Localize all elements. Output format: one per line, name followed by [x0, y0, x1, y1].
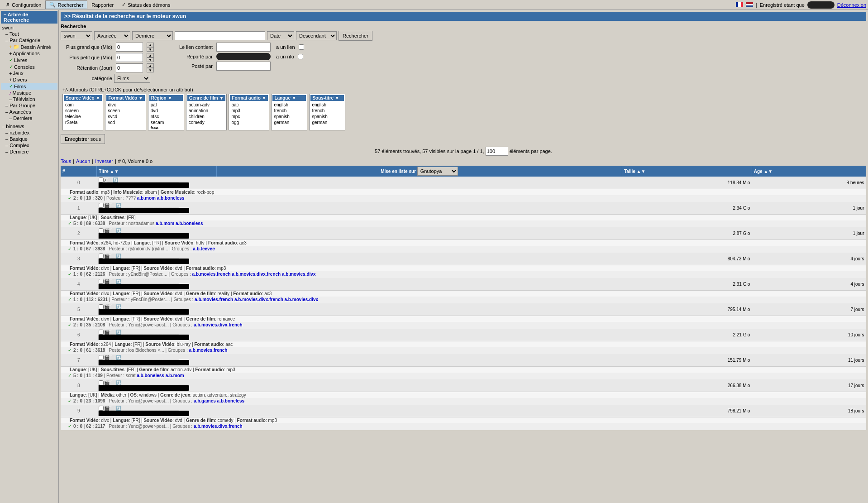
menu-rechercher[interactable]: 🔍 Rechercher — [45, 0, 87, 9]
file-icon[interactable]: ⬜ — [110, 330, 115, 335]
group-link[interactable]: a.b.movies.divx — [285, 297, 318, 302]
refresh-icon[interactable]: 🔃 — [116, 228, 121, 233]
file-icon[interactable]: ⬜ — [110, 203, 115, 208]
refresh-icon[interactable]: 🔃 — [116, 406, 121, 411]
refresh-icon[interactable]: 🔃 — [116, 254, 121, 259]
source-video-item[interactable]: screen — [64, 108, 102, 114]
save-button[interactable]: Enregistrer sous — [61, 134, 105, 144]
row-checkbox[interactable] — [99, 330, 104, 335]
format-video-item[interactable]: divx — [106, 102, 144, 108]
menu-config[interactable]: ✗ Configuration — [2, 0, 45, 9]
plus-grand-down[interactable]: ▼ — [147, 47, 154, 52]
sidebar-item-musique[interactable]: ♪ Musique — [1, 90, 57, 96]
search-input[interactable] — [175, 31, 265, 40]
sidebar-item-livres[interactable]: ✓ Livres — [1, 57, 57, 63]
file-icon[interactable]: ⬜ — [110, 380, 115, 385]
a-un-lien-checkbox[interactable] — [299, 44, 304, 50]
genre-film-item[interactable]: action-adv — [187, 102, 226, 108]
gnutopya-select[interactable]: Gnutopya — [417, 167, 458, 176]
order-select[interactable]: Descendant Ascendant — [296, 31, 337, 40]
refresh-icon[interactable]: 🔃 — [116, 279, 121, 284]
poste-input[interactable] — [216, 62, 271, 71]
file-icon[interactable]: ⬜ — [110, 254, 115, 259]
col-title[interactable]: Titre ▲▼ — [97, 166, 217, 177]
group-link[interactable]: a.b.boneless — [176, 221, 203, 226]
format-audio-item[interactable]: mpc — [230, 114, 268, 120]
langue-item[interactable]: spanish — [272, 114, 306, 120]
refresh-icon[interactable]: 🔃 — [116, 380, 121, 385]
format-video-item[interactable]: vcd — [106, 120, 144, 125]
group-link[interactable]: a.b.mom a.b.boneless — [137, 196, 184, 201]
plus-petit-down[interactable]: ▼ — [147, 57, 154, 62]
a-un-nfo-checkbox[interactable] — [298, 54, 303, 59]
genre-film-item[interactable]: children — [187, 114, 226, 120]
sous-titre-item[interactable]: french — [310, 108, 344, 114]
source-video-item[interactable]: telecine — [64, 114, 102, 120]
retention-down[interactable]: ▼ — [147, 68, 154, 72]
group-link[interactable]: a.b.movies.divx.french — [194, 424, 243, 429]
row-checkbox[interactable] — [99, 228, 104, 233]
sidebar-item-derniere2[interactable]: – Derniere — [1, 149, 57, 155]
col-size[interactable]: Taille ▲▼ — [622, 166, 752, 177]
sidebar-item-applications[interactable]: + Applications — [1, 50, 57, 57]
refresh-icon[interactable]: 🔃 — [116, 304, 121, 309]
file-icon[interactable]: ⬜ — [110, 355, 115, 360]
group-link[interactable]: a.b.boneless a.b.mom — [137, 373, 184, 378]
refresh-icon[interactable]: 🔃 — [116, 330, 121, 335]
refresh-icon[interactable]: 🔃 — [113, 177, 118, 182]
sidebar-collapse-icon[interactable]: – — [4, 12, 6, 17]
sidebar-item-tout[interactable]: – Tout — [1, 31, 57, 37]
group-link[interactable]: a.b.mom — [166, 373, 184, 378]
group-link[interactable]: a.b.mom a.b.boneless — [156, 221, 203, 226]
sidebar-item-binnews[interactable]: – binnews — [1, 123, 57, 129]
row-checkbox[interactable] — [99, 355, 104, 360]
inverser-link[interactable]: Inverser — [95, 158, 113, 164]
region-item[interactable]: pal — [149, 102, 183, 108]
row-checkbox[interactable] — [99, 254, 104, 259]
aucun-link[interactable]: Aucun — [76, 158, 90, 164]
period-select[interactable]: Derniere Semaine Mois — [132, 31, 173, 40]
sous-titre-item[interactable]: german — [310, 120, 344, 125]
flag-nl[interactable] — [746, 2, 753, 7]
region-item[interactable]: ntsc — [149, 114, 183, 120]
row-checkbox[interactable] — [99, 279, 104, 284]
row-checkbox[interactable] — [99, 380, 104, 385]
genre-film-item[interactable]: animation — [187, 108, 226, 114]
sous-titre-item[interactable]: english — [310, 102, 344, 108]
row-checkbox[interactable] — [99, 406, 104, 411]
format-video-item[interactable]: sceen — [106, 108, 144, 114]
plus-petit-input[interactable] — [116, 53, 143, 62]
retention-up[interactable]: ▲ — [147, 63, 154, 68]
row-checkbox[interactable] — [99, 177, 104, 182]
engine-select[interactable]: swun nzbindex binnews — [61, 31, 92, 40]
refresh-icon[interactable]: 🔃 — [116, 203, 121, 208]
file-icon[interactable]: ⬜ — [110, 406, 115, 411]
sidebar-item-complex[interactable]: – Complex — [1, 142, 57, 149]
group-link[interactable]: a.b.movies.french — [189, 348, 227, 353]
region-item[interactable]: dvd — [149, 108, 183, 114]
group-link[interactable]: a.b.movies.french — [192, 272, 231, 277]
format-audio-item[interactable]: aac — [230, 102, 268, 108]
flag-fr[interactable] — [736, 2, 743, 7]
sous-titre-item[interactable]: spanish — [310, 114, 344, 120]
langue-item[interactable]: german — [272, 120, 306, 125]
group-link[interactable]: a.b.movies.divx — [282, 272, 315, 277]
format-audio-item[interactable]: ogg — [230, 120, 268, 125]
file-icon[interactable]: ⬜ — [110, 228, 115, 233]
sidebar-item-nzbindex[interactable]: – nzbindex — [1, 129, 57, 136]
sidebar-item-par-categorie[interactable]: – Par Catégorie — [1, 37, 57, 43]
plus-grand-up[interactable]: ▲ — [147, 43, 154, 47]
region-item[interactable]: secam — [149, 120, 183, 125]
file-icon[interactable]: ⬜ — [110, 304, 115, 309]
genre-film-item[interactable]: comedy — [187, 120, 226, 125]
logout-link[interactable]: Déconnexion — [837, 2, 866, 8]
refresh-icon[interactable]: 🔃 — [116, 355, 121, 360]
sidebar-item-jeux[interactable]: + Jeux — [1, 70, 57, 77]
source-video-item[interactable]: rSretail — [64, 120, 102, 125]
per-page-input[interactable] — [486, 147, 508, 156]
langue-item[interactable]: english — [272, 102, 306, 108]
group-link[interactable]: a.b.teevee — [193, 246, 215, 251]
date-select[interactable]: Date Taille Titre — [267, 31, 294, 40]
source-video-item[interactable]: cam — [64, 102, 102, 108]
mode-select[interactable]: Avancée Basique — [94, 31, 130, 40]
